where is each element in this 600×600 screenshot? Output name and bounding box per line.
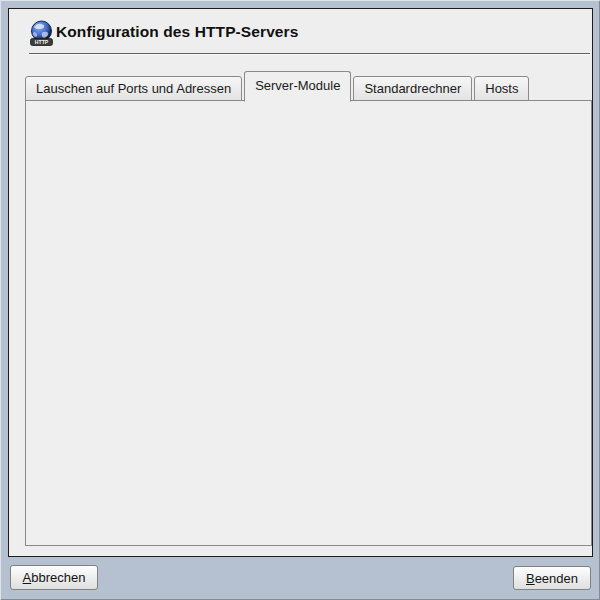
http-server-icon: HTTP [28, 20, 55, 47]
tab-item[interactable]: Hosts [474, 76, 529, 101]
tab-item[interactable]: Lauschen auf Ports und Adressen [25, 76, 242, 101]
tab-item[interactable]: Standardrechner [353, 76, 472, 101]
server-modules-panel [25, 100, 592, 546]
tab-item[interactable]: Server-Module [244, 71, 351, 102]
title-separator [29, 53, 590, 55]
tab-bar: Lauschen auf Ports und Adressen Server-M… [25, 70, 531, 101]
tab-label: Server-Module [255, 78, 340, 93]
button-label: bbrechen [31, 570, 85, 585]
tab-label: Hosts [485, 81, 518, 96]
button-label: eenden [535, 571, 578, 586]
accel-letter: B [526, 571, 535, 586]
tab-label: Lauschen auf Ports und Adressen [36, 81, 231, 96]
dialog-title: Konfiguration des HTTP-Servers [56, 23, 298, 41]
svg-text:HTTP: HTTP [35, 39, 49, 45]
finish-button[interactable]: Beenden [513, 566, 591, 590]
dialog-panel: HTTP Konfiguration des HTTP-Servers Laus… [8, 8, 593, 557]
tab-label: Standardrechner [364, 81, 461, 96]
yast-http-server-window: { "window": { "title": "Konfiguration de… [0, 0, 600, 600]
accel-letter: A [23, 570, 32, 585]
cancel-button[interactable]: Abbrechen [10, 565, 98, 590]
